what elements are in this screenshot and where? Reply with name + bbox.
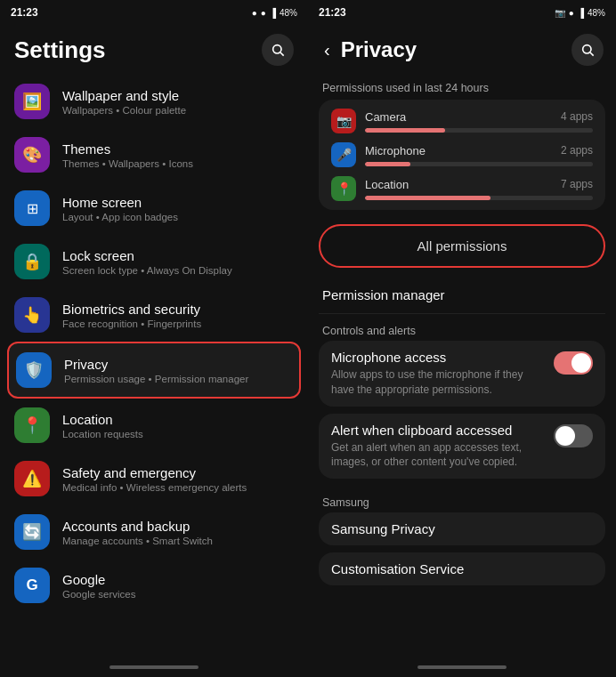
mic-access-toggle[interactable] xyxy=(554,351,593,375)
lockscreen-subtitle: Screen lock type • Always On Display xyxy=(62,265,232,276)
biometrics-title: Biometrics and security xyxy=(62,302,201,317)
samsung-privacy-title: Samsung Privacy xyxy=(331,521,593,536)
camera-count: 4 apps xyxy=(561,110,593,123)
privacy-search-button[interactable] xyxy=(571,34,604,66)
location-subtitle: Location requests xyxy=(62,429,143,439)
clipboard-toggle[interactable] xyxy=(554,424,593,447)
settings-item-homescreen[interactable]: ⊞ Home screen Layout • App icon badges xyxy=(7,181,301,235)
svg-line-1 xyxy=(280,52,284,56)
location-label: Location xyxy=(365,178,409,191)
microphone-icon: 🎤 xyxy=(331,142,356,167)
themes-subtitle: Themes • Wallpapers • Icons xyxy=(62,158,193,169)
homescreen-title: Home screen xyxy=(62,195,178,210)
privacy-title: Privacy xyxy=(64,357,248,372)
svg-line-3 xyxy=(590,52,594,56)
permission-manager-title: Permission manager xyxy=(322,287,602,302)
location-title: Location xyxy=(62,412,143,427)
settings-item-privacy[interactable]: 🛡️ Privacy Permission usage • Permission… xyxy=(7,342,301,399)
left-status-icons: ● ● ▐ 48% xyxy=(252,8,297,18)
wallpaper-subtitle: Wallpapers • Colour palette xyxy=(62,105,186,116)
google-icon: G xyxy=(14,568,50,603)
camera-bar-bg xyxy=(365,128,593,133)
settings-item-accounts[interactable]: 🔄 Accounts and backup Manage accounts • … xyxy=(7,505,301,559)
customisation-card[interactable]: Customisation Service xyxy=(319,552,605,585)
permission-manager-item[interactable]: Permission manager xyxy=(319,277,605,314)
accounts-title: Accounts and backup xyxy=(62,519,213,534)
right-status-time: 21:23 xyxy=(319,6,346,19)
microphone-bar-fill xyxy=(365,162,410,166)
customisation-title: Customisation Service xyxy=(331,561,593,576)
lockscreen-icon: 🔒 xyxy=(14,244,50,279)
microphone-label: Microphone xyxy=(365,144,426,157)
privacy-content: Permissions used in last 24 hours 📷 Came… xyxy=(308,71,616,661)
right-top-bar: ‹ Privacy xyxy=(308,25,616,71)
right-status-bar: 21:23 📷 ● ▐ 48% xyxy=(308,0,616,25)
microphone-bar-bg xyxy=(365,162,593,166)
settings-item-wallpaper[interactable]: 🖼️ Wallpaper and style Wallpapers • Colo… xyxy=(7,75,301,128)
google-title: Google xyxy=(62,572,135,587)
left-status-bar: 21:23 ● ● ▐ 48% xyxy=(0,0,308,25)
left-bottom-bar xyxy=(0,661,308,677)
search-button[interactable] xyxy=(262,34,294,66)
privacy-page-title: Privacy xyxy=(341,37,564,62)
mic-access-card: Microphone access Allow apps to use the … xyxy=(319,341,605,407)
microphone-count: 2 apps xyxy=(561,144,593,157)
settings-list: 🖼️ Wallpaper and style Wallpapers • Colo… xyxy=(0,71,308,661)
svg-point-0 xyxy=(273,45,281,53)
wallpaper-title: Wallpaper and style xyxy=(62,88,186,103)
safety-icon: ⚠️ xyxy=(14,461,50,496)
camera-bar-fill xyxy=(365,128,445,133)
settings-item-lockscreen[interactable]: 🔒 Lock screen Screen lock type • Always … xyxy=(7,235,301,288)
left-status-time: 21:23 xyxy=(11,6,38,19)
controls-section-label: Controls and alerts xyxy=(319,314,605,341)
samsung-section-label: Samsung xyxy=(319,486,605,512)
accounts-subtitle: Manage accounts • Smart Switch xyxy=(62,536,213,546)
camera-icon: 📷 xyxy=(331,109,356,133)
mic-access-title: Microphone access xyxy=(331,350,545,365)
back-button[interactable]: ‹ xyxy=(320,36,334,64)
right-phone-panel: 21:23 📷 ● ▐ 48% ‹ Privacy Permissions us… xyxy=(308,0,616,677)
clipboard-card: Alert when clipboard accessed Get an ale… xyxy=(319,414,605,480)
settings-item-biometrics[interactable]: 👆 Biometrics and security Face recogniti… xyxy=(7,288,301,342)
all-permissions-button[interactable]: All permissions xyxy=(319,224,605,268)
mic-access-subtitle: Allow apps to use the microphone if they… xyxy=(331,367,545,398)
location-count: 7 apps xyxy=(561,178,593,190)
clipboard-title: Alert when clipboard accessed xyxy=(331,423,545,438)
settings-item-safety[interactable]: ⚠️ Safety and emergency Medical info • W… xyxy=(7,452,301,505)
location-icon: 📍 xyxy=(14,407,50,443)
themes-title: Themes xyxy=(62,141,193,157)
right-status-icons: 📷 ● ▐ 48% xyxy=(555,8,605,18)
safety-subtitle: Medical info • Wireless emergency alerts xyxy=(62,482,247,493)
location-perm-icon: 📍 xyxy=(331,176,356,201)
privacy-icon: 🛡️ xyxy=(16,352,52,388)
camera-permission-row: 📷 Camera 4 apps xyxy=(331,109,593,133)
settings-title: Settings xyxy=(14,36,106,64)
microphone-permission-row: 🎤 Microphone 2 apps xyxy=(331,142,593,167)
biometrics-icon: 👆 xyxy=(14,297,50,333)
wallpaper-icon: 🖼️ xyxy=(14,84,50,119)
themes-icon: 🎨 xyxy=(14,137,50,173)
left-nav-indicator xyxy=(109,665,199,669)
clipboard-subtitle: Get an alert when an app accesses text, … xyxy=(331,440,545,471)
settings-item-google[interactable]: G Google Google services xyxy=(7,559,301,612)
google-subtitle: Google services xyxy=(62,589,135,600)
safety-title: Safety and emergency xyxy=(62,465,247,480)
settings-item-location[interactable]: 📍 Location Location requests xyxy=(7,399,301,452)
right-bottom-bar xyxy=(308,661,616,677)
location-permission-row: 📍 Location 7 apps xyxy=(331,176,593,201)
accounts-icon: 🔄 xyxy=(14,514,50,550)
location-bar-fill xyxy=(365,196,490,200)
left-top-bar: Settings xyxy=(0,25,308,71)
location-bar-bg xyxy=(365,196,593,200)
samsung-privacy-card[interactable]: Samsung Privacy xyxy=(319,512,605,545)
permissions-section-label: Permissions used in last 24 hours xyxy=(319,75,605,100)
left-phone-panel: 21:23 ● ● ▐ 48% Settings 🖼️ Wallpaper an… xyxy=(0,0,308,677)
settings-item-themes[interactable]: 🎨 Themes Themes • Wallpapers • Icons xyxy=(7,128,301,181)
camera-label: Camera xyxy=(365,110,406,124)
homescreen-subtitle: Layout • App icon badges xyxy=(62,212,178,222)
biometrics-subtitle: Face recognition • Fingerprints xyxy=(62,318,201,329)
lockscreen-title: Lock screen xyxy=(62,248,232,263)
permissions-card: 📷 Camera 4 apps 🎤 Microphone xyxy=(319,100,605,210)
homescreen-icon: ⊞ xyxy=(14,190,50,226)
privacy-subtitle: Permission usage • Permission manager xyxy=(64,374,248,384)
